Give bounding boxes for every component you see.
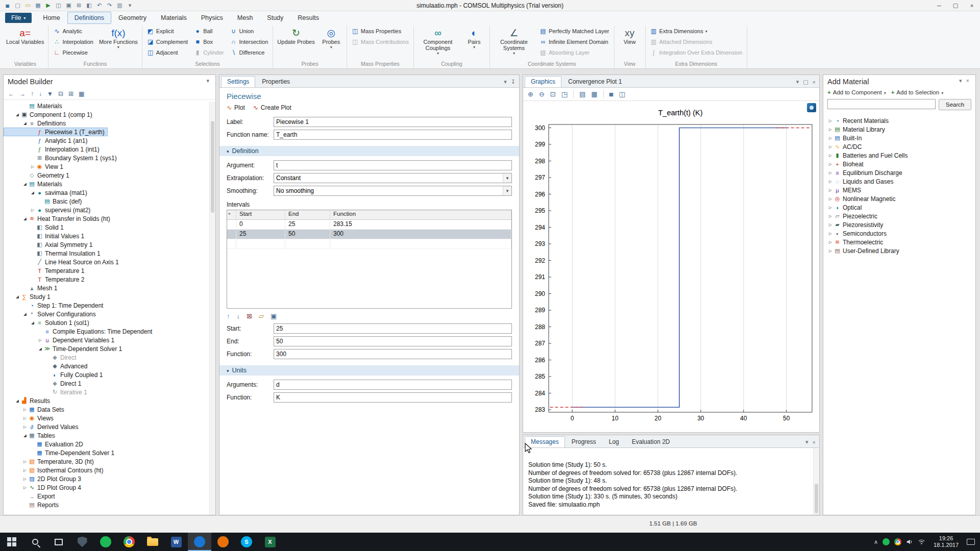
tree-item[interactable]: TTemperature 1 bbox=[4, 266, 87, 275]
ribbon-tab-mesh[interactable]: Mesh bbox=[230, 12, 260, 24]
tree-item[interactable]: ▷▰Piezoresistivity bbox=[823, 220, 886, 229]
view-button[interactable]: xyView bbox=[617, 26, 643, 46]
expand-icon[interactable]: ▷ bbox=[22, 424, 28, 429]
tree-item[interactable]: ▷≡Equilibrium Discharge bbox=[823, 168, 905, 177]
more-functions-button[interactable]: f(x)More Functions▾ bbox=[97, 26, 140, 51]
volume-icon[interactable] bbox=[906, 538, 913, 545]
expand-icon[interactable]: ▷ bbox=[827, 196, 834, 201]
tree-item[interactable]: ▷▤Material Library bbox=[823, 125, 888, 134]
local-variables-button[interactable]: a=Local Variables bbox=[4, 26, 46, 46]
expand-icon[interactable]: ▷ bbox=[827, 214, 834, 218]
table-cell[interactable] bbox=[236, 239, 285, 249]
save-to-file-icon[interactable]: ▣ bbox=[271, 312, 277, 320]
move-row-down-icon[interactable]: ↓ bbox=[237, 312, 240, 320]
paste-icon[interactable]: ▣ bbox=[64, 1, 73, 10]
close-panel-icon[interactable]: × bbox=[964, 78, 971, 84]
tree-item[interactable]: ◢*Solver Configurations bbox=[4, 310, 99, 318]
tree-item[interactable]: ◆Advanced bbox=[4, 362, 90, 370]
panel-menu-icon[interactable]: ▾ bbox=[803, 439, 811, 445]
close-panel-icon[interactable]: × bbox=[811, 439, 818, 445]
tree-item[interactable]: ▷≋Thermoelectric bbox=[823, 238, 886, 246]
tree-item[interactable]: ▷∂Derived Values bbox=[4, 422, 81, 431]
zoom-extents-icon[interactable]: ◳ bbox=[561, 90, 568, 98]
expand-icon[interactable]: ▷ bbox=[37, 338, 43, 342]
ribbon-tab-geometry[interactable]: Geometry bbox=[111, 12, 154, 24]
tray-chrome-icon[interactable] bbox=[894, 538, 901, 545]
copy-icon[interactable]: ◫ bbox=[54, 1, 63, 10]
collapse-icon[interactable]: ◢ bbox=[22, 182, 28, 186]
argument-input[interactable] bbox=[274, 160, 512, 170]
task-view-button[interactable] bbox=[47, 533, 70, 551]
expand-icon[interactable]: ▷ bbox=[22, 477, 28, 481]
table-cell[interactable] bbox=[285, 239, 330, 249]
tree-item[interactable]: ▷◎Nonlinear Magnetic bbox=[823, 194, 898, 203]
tree-item[interactable]: ▷◖Optical bbox=[823, 203, 865, 212]
tree-item[interactable]: ◢∑Study 1 bbox=[4, 292, 54, 301]
collapse-icon[interactable]: ◢ bbox=[30, 320, 36, 325]
ribbon-tab-results[interactable]: Results bbox=[290, 12, 326, 24]
duplicate-icon[interactable]: ⊞ bbox=[75, 1, 83, 10]
table-cell[interactable] bbox=[330, 239, 511, 249]
create-plot-button[interactable]: ∿Create Plot bbox=[253, 104, 291, 111]
file-menu-button[interactable]: File▾ bbox=[5, 13, 32, 23]
graphics-tab-convergence-plot-1[interactable]: Convergence Plot 1 bbox=[562, 76, 628, 87]
tree-item[interactable]: ▷∿AC/DC bbox=[823, 142, 865, 151]
start-button[interactable] bbox=[0, 533, 23, 551]
expand-icon[interactable]: ▷ bbox=[30, 164, 36, 169]
tree-item[interactable]: ◆Direct bbox=[4, 353, 79, 362]
box-button[interactable]: ■Box bbox=[191, 37, 226, 47]
expand-icon[interactable]: ▷ bbox=[827, 240, 834, 244]
tree-item[interactable]: ▷●supervesi (mat2) bbox=[4, 206, 93, 214]
tree-item[interactable]: ▤Basic (def) bbox=[4, 197, 85, 206]
expand-icon[interactable]: ▷ bbox=[827, 170, 834, 175]
tree-item[interactable]: ▷▪Semiconductors bbox=[823, 229, 890, 238]
ribbon-tab-study[interactable]: Study bbox=[260, 12, 290, 24]
collapse-icon[interactable]: ◢ bbox=[22, 121, 28, 126]
network-icon[interactable] bbox=[918, 538, 925, 545]
ribbon-tab-home[interactable]: Home bbox=[36, 12, 67, 24]
update-probes-button[interactable]: ↻Update Probes bbox=[275, 26, 316, 46]
collapse-icon[interactable]: ◢ bbox=[22, 312, 28, 316]
tree-item[interactable]: ƒInterpolation 1 (int1) bbox=[4, 145, 103, 154]
tree-item[interactable]: ▷▨2D Plot Group 3 bbox=[4, 474, 84, 483]
coordinate-systems-button[interactable]: ∠Coordinate Systems▾ bbox=[492, 26, 536, 57]
grid-icon[interactable]: ▦ bbox=[591, 90, 597, 98]
collapse-icon[interactable]: ◢ bbox=[30, 190, 36, 195]
table-cell[interactable]: 283.15 bbox=[330, 220, 511, 230]
add-to-selection-button[interactable]: Add to Selection bbox=[891, 89, 944, 95]
plot-button[interactable]: ∿Plot bbox=[227, 104, 245, 111]
close-panel-icon[interactable]: × bbox=[811, 79, 818, 85]
file-explorer-icon[interactable] bbox=[141, 533, 164, 551]
tree-item[interactable]: ◢≫Time-Dependent Solver 1 bbox=[4, 344, 125, 353]
collapse-all-icon[interactable]: ⊟ bbox=[58, 90, 63, 97]
expand-icon[interactable]: ▷ bbox=[827, 205, 834, 210]
tree-item[interactable]: ▷▤User-Defined Library bbox=[823, 246, 902, 255]
table-cell[interactable]: 25 bbox=[285, 220, 330, 230]
expand-icon[interactable]: ▷ bbox=[827, 179, 834, 184]
material-search-input[interactable] bbox=[827, 99, 936, 109]
tree-item[interactable]: ◔Step 1: Time Dependent bbox=[4, 301, 106, 310]
skype-app-icon[interactable]: S bbox=[235, 533, 258, 551]
expand-icon[interactable]: ▷ bbox=[827, 153, 834, 158]
function-name-input[interactable] bbox=[274, 130, 512, 140]
column-header-start[interactable]: Start bbox=[236, 210, 285, 220]
clear-table-icon[interactable]: ⊠ bbox=[247, 312, 252, 320]
model-builder-scrollbar[interactable] bbox=[209, 102, 215, 515]
ribbon-tab-physics[interactable]: Physics bbox=[194, 12, 230, 24]
start-input[interactable] bbox=[274, 323, 512, 334]
tree-item[interactable]: ▷▧Temperature, 3D (ht) bbox=[4, 457, 97, 466]
expand-icon[interactable]: ▷ bbox=[827, 127, 834, 132]
table-cell[interactable]: 25 bbox=[236, 230, 285, 239]
tree-item[interactable]: ◢▤Materials bbox=[4, 180, 65, 188]
tree-item[interactable]: ▤Materials bbox=[4, 102, 65, 110]
graphics-tab-graphics[interactable]: Graphics bbox=[525, 76, 561, 87]
messages-tab-evaluation-2d[interactable]: Evaluation 2D bbox=[626, 436, 676, 447]
table-cell[interactable]: 300 bbox=[330, 230, 511, 239]
tree-item[interactable]: ▷▦Data Sets bbox=[4, 405, 67, 414]
tree-item[interactable]: ▷◔Recent Materials bbox=[823, 116, 892, 125]
back-icon[interactable]: ← bbox=[8, 90, 14, 97]
tree-item[interactable]: ◇Geometry 1 bbox=[4, 171, 72, 180]
tree-item[interactable]: ▷▱Piezoelectric bbox=[823, 212, 880, 220]
tree-item[interactable]: ▷◌Liquids and Gases bbox=[823, 177, 896, 186]
tree-item[interactable]: ◆Direct 1 bbox=[4, 379, 84, 388]
